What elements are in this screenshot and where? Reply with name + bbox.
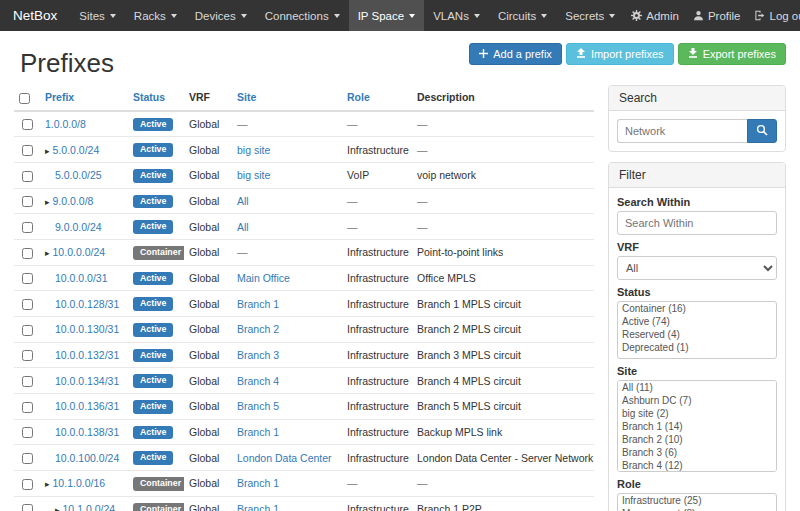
prefix-link[interactable]: 10.0.0.0/31 — [55, 272, 108, 284]
nav-item-vlans[interactable]: VLANs — [424, 0, 489, 31]
site-link[interactable]: Branch 1 — [237, 426, 279, 438]
nav-item-secrets[interactable]: Secrets — [556, 0, 624, 31]
row-checkbox[interactable] — [22, 325, 33, 336]
vrf-filter-select[interactable]: All — [617, 256, 777, 280]
filter-option[interactable]: big site (2) — [618, 407, 776, 420]
expand-toggle-icon[interactable]: ▸ — [55, 505, 60, 511]
admin-link[interactable]: Admin — [624, 0, 686, 31]
expand-toggle-icon[interactable]: ▸ — [45, 479, 50, 489]
export-prefixes-button[interactable]: Export prefixes — [678, 43, 786, 65]
prefix-link[interactable]: 10.0.100.0/24 — [55, 452, 119, 464]
search-input[interactable] — [617, 119, 747, 143]
row-checkbox[interactable] — [22, 453, 33, 464]
site-link[interactable]: big site — [237, 144, 270, 156]
site-cell: All — [232, 214, 342, 240]
row-checkbox[interactable] — [22, 504, 33, 511]
site-link[interactable]: All — [237, 221, 249, 233]
profile-link[interactable]: Profile — [686, 0, 748, 31]
prefix-link[interactable]: 10.0.0.132/31 — [55, 349, 119, 361]
row-checkbox[interactable] — [22, 273, 33, 284]
row-checkbox[interactable] — [22, 248, 33, 259]
prefix-link[interactable]: 1.0.0.0/8 — [45, 118, 86, 130]
select-all-checkbox[interactable] — [19, 93, 30, 104]
filter-option[interactable]: Branch 1 (14) — [618, 420, 776, 433]
filter-option[interactable]: Container (16) — [618, 302, 776, 315]
logout-link[interactable]: Log out — [747, 0, 800, 31]
site-filter-select[interactable]: All (11)Ashburn DC (7)big site (2)Branch… — [617, 380, 777, 472]
site-link[interactable]: Main Office — [237, 272, 290, 284]
filter-option[interactable]: Reserved (4) — [618, 328, 776, 341]
filter-option[interactable]: Ashburn DC (7) — [618, 394, 776, 407]
site-link[interactable]: Branch 4 — [237, 375, 279, 387]
prefix-link[interactable]: 10.0.0.138/31 — [55, 426, 119, 438]
search-within-input[interactable] — [617, 211, 777, 235]
prefix-link[interactable]: 5.0.0.0/24 — [53, 144, 100, 156]
site-link[interactable]: Branch 1 — [237, 503, 279, 511]
site-link[interactable]: London Data Center — [237, 452, 332, 464]
add-prefix-button[interactable]: Add a prefix — [469, 43, 562, 65]
nav-item-connections[interactable]: Connections — [256, 0, 349, 31]
site-link[interactable]: Branch 2 — [237, 323, 279, 335]
table-row: ▸10.0.0.0/24ContainerGlobal—Infrastructu… — [14, 240, 594, 266]
role-filter-select[interactable]: Infrastructure (25)Management (8)Private… — [617, 493, 777, 511]
expand-toggle-icon[interactable]: ▸ — [45, 248, 50, 258]
site-link[interactable]: Branch 5 — [237, 400, 279, 412]
nav-item-sites[interactable]: Sites — [70, 0, 125, 31]
filter-option[interactable]: Management (8) — [618, 507, 776, 511]
row-checkbox[interactable] — [22, 119, 33, 130]
filter-option[interactable]: Active (74) — [618, 315, 776, 328]
sort-site-header[interactable]: Site — [237, 91, 256, 103]
prefix-link[interactable]: 10.0.0.136/31 — [55, 400, 119, 412]
nav-item-racks[interactable]: Racks — [125, 0, 186, 31]
site-link[interactable]: Branch 1 — [237, 477, 279, 489]
app-logo[interactable]: NetBox — [0, 0, 70, 31]
row-checkbox[interactable] — [22, 222, 33, 233]
chevron-down-icon — [334, 14, 340, 18]
row-checkbox[interactable] — [22, 376, 33, 387]
prefix-link[interactable]: 10.0.0.0/24 — [53, 246, 106, 258]
upload-icon — [576, 48, 586, 60]
row-checkbox[interactable] — [22, 145, 33, 156]
site-link[interactable]: Branch 1 — [237, 298, 279, 310]
table-row: 10.0.0.136/31ActiveGlobalBranch 5Infrast… — [14, 394, 594, 420]
sort-prefix-header[interactable]: Prefix — [45, 91, 74, 103]
prefix-link[interactable]: 5.0.0.0/25 — [55, 169, 102, 181]
filter-option[interactable]: All (11) — [618, 381, 776, 394]
filter-option[interactable]: Deprecated (1) — [618, 341, 776, 354]
nav-item-ip-space[interactable]: IP Space — [349, 0, 424, 31]
prefix-link[interactable]: 10.0.0.134/31 — [55, 375, 119, 387]
sort-role-header[interactable]: Role — [347, 91, 370, 103]
filter-option[interactable]: Branch 3 (6) — [618, 446, 776, 459]
row-checkbox[interactable] — [22, 350, 33, 361]
site-cell: big site — [232, 137, 342, 163]
prefix-link[interactable]: 10.1.0.0/24 — [63, 503, 116, 511]
row-checkbox[interactable] — [22, 427, 33, 438]
filter-option[interactable]: Branch 2 (10) — [618, 433, 776, 446]
row-checkbox[interactable] — [22, 402, 33, 413]
sort-status-header[interactable]: Status — [133, 91, 165, 103]
nav-item-circuits[interactable]: Circuits — [489, 0, 556, 31]
prefix-link[interactable]: 10.0.0.128/31 — [55, 298, 119, 310]
filter-option[interactable]: Infrastructure (25) — [618, 494, 776, 507]
prefix-link[interactable]: 10.1.0.0/16 — [53, 477, 106, 489]
search-button[interactable] — [747, 119, 777, 143]
status-filter-select[interactable]: Container (16)Active (74)Reserved (4)Dep… — [617, 301, 777, 359]
expand-toggle-icon[interactable]: ▸ — [45, 146, 50, 156]
vrf-cell: Global — [184, 471, 232, 497]
filter-option[interactable]: Branch 4 (12) — [618, 459, 776, 472]
row-checkbox[interactable] — [22, 299, 33, 310]
prefix-link[interactable]: 10.0.0.130/31 — [55, 323, 119, 335]
prefix-link[interactable]: 9.0.0.0/24 — [55, 221, 102, 233]
site-link[interactable]: All — [237, 195, 249, 207]
logout-icon — [754, 10, 765, 21]
expand-toggle-icon[interactable]: ▸ — [45, 197, 50, 207]
prefix-link[interactable]: 9.0.0.0/8 — [53, 195, 94, 207]
row-checkbox[interactable] — [22, 171, 33, 182]
import-prefixes-button[interactable]: Import prefixes — [566, 43, 674, 65]
site-link[interactable]: big site — [237, 169, 270, 181]
row-checkbox[interactable] — [22, 479, 33, 490]
nav-item-devices[interactable]: Devices — [186, 0, 256, 31]
site-link[interactable]: Branch 3 — [237, 349, 279, 361]
row-checkbox[interactable] — [22, 196, 33, 207]
description-column-header: Description — [412, 85, 594, 111]
